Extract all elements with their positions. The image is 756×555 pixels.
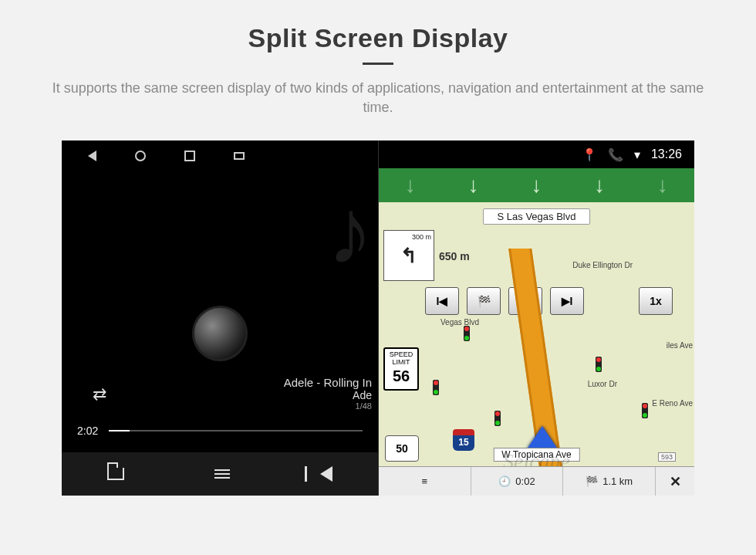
recents-icon[interactable]	[184, 151, 195, 161]
clock: 13:26	[651, 147, 682, 161]
traffic-light-icon	[433, 380, 439, 395]
lane-arrow-icon: ↓	[657, 173, 668, 198]
street-label: iles Ave	[667, 341, 693, 350]
close-button[interactable]: ✕	[656, 467, 694, 496]
lane-guidance-bar: ↓ ↓ ↓ ↓ ↓	[379, 168, 694, 202]
traffic-light-icon	[494, 411, 501, 426]
nav-bottom-bar: ≡ 🕘 0:02 🏁 1.1 km ✕	[379, 466, 694, 496]
street-label-top: S Las Vegas Blvd	[483, 208, 591, 225]
home-icon[interactable]	[135, 151, 146, 161]
track-artist: Ade	[284, 389, 372, 401]
street-label: Vegas Blvd	[440, 318, 479, 327]
menu-icon: ≡	[422, 475, 428, 487]
phone-icon: 📞	[608, 147, 623, 162]
turn-instruction: ↰ 300 m	[383, 230, 434, 281]
remaining-segment[interactable]: 🏁 1.1 km	[563, 467, 656, 496]
clock-icon: 🕘	[498, 475, 511, 487]
eta-time: 0:02	[515, 475, 535, 487]
lane-arrow-icon: ↓	[405, 173, 416, 198]
wifi-icon: ▾	[634, 147, 640, 162]
status-bar: 📍 📞 ▾ 13:26	[379, 140, 694, 168]
lane-arrow-icon: ↓	[594, 173, 605, 198]
android-nav-bar	[62, 140, 378, 171]
speed-limit-sign: SPEED LIMIT 56	[383, 347, 419, 391]
turn-sub-distance: 300 m	[412, 233, 431, 241]
back-icon[interactable]	[88, 151, 96, 161]
speed-limit-value: 56	[385, 367, 417, 384]
page-subtitle: It supports the same screen display of t…	[0, 79, 756, 117]
sim-prev-button[interactable]: I◀	[425, 287, 459, 315]
lane-arrow-icon: ↓	[468, 173, 479, 198]
album-disc[interactable]	[192, 306, 248, 361]
route-tag: 593	[658, 452, 676, 462]
shuffle-button[interactable]: ⇄	[93, 384, 106, 404]
eta-segment[interactable]: 🕘 0:02	[471, 467, 564, 496]
progress-bar[interactable]	[109, 430, 363, 431]
track-index: 1/48	[284, 401, 372, 411]
sim-media-controls: I◀ 🏁 ❚❚ ▶I	[425, 287, 584, 315]
folder-icon[interactable]	[107, 468, 124, 480]
sim-flag-button[interactable]: 🏁	[467, 287, 501, 315]
vehicle-marker-icon	[527, 426, 558, 449]
street-label: Luxor Dr	[588, 380, 617, 388]
menu-button[interactable]: ≡	[379, 467, 471, 496]
device-screenshot: ♪ ⇄ Adele - Rolling In Ade 1/48 2:02 📍 📞…	[62, 140, 694, 496]
music-pane: ♪ ⇄ Adele - Rolling In Ade 1/48 2:02	[62, 140, 378, 496]
turn-arrow-icon: ↰	[400, 244, 417, 268]
speed-limit-label: SPEED LIMIT	[385, 351, 417, 367]
remaining-distance: 1.1 km	[602, 475, 633, 487]
interstate-shield: 15	[453, 429, 474, 451]
map-canvas[interactable]: S Las Vegas Blvd ↰ 300 m 650 m I◀ 🏁 ❚❚ ▶…	[379, 202, 694, 496]
traffic-light-icon	[642, 403, 648, 418]
previous-icon[interactable]	[320, 466, 332, 482]
street-label: E Reno Ave	[652, 399, 693, 408]
title-underline	[363, 63, 393, 65]
album-area: ♪	[62, 171, 378, 496]
traffic-light-icon	[596, 357, 602, 372]
location-icon: 📍	[582, 147, 597, 162]
music-bottom-bar	[62, 452, 378, 496]
track-meta: Adele - Rolling In Ade 1/48	[284, 376, 372, 411]
playlist-icon[interactable]	[214, 469, 230, 479]
screenshot-icon[interactable]	[234, 152, 245, 160]
street-label: Duke Ellington Dr	[572, 261, 633, 269]
traffic-light-icon	[464, 326, 470, 341]
finish-flag-icon: 🏁	[586, 475, 598, 487]
highway-shield: 50	[385, 435, 419, 462]
close-icon: ✕	[670, 473, 681, 490]
next-turn-distance: 650 m	[439, 250, 470, 262]
elapsed-time: 2:02	[77, 425, 98, 437]
sim-next-button[interactable]: ▶I	[550, 287, 584, 315]
page-title: Split Screen Display	[0, 0, 756, 53]
navigation-pane: 📍 📞 ▾ 13:26 ↓ ↓ ↓ ↓ ↓ S Las Vegas Blvd ↰…	[378, 140, 694, 496]
music-note-icon: ♪	[327, 178, 373, 284]
sim-speed-button[interactable]: 1x	[639, 287, 673, 315]
progress-row: 2:02	[77, 425, 363, 437]
lane-arrow-icon: ↓	[531, 173, 542, 198]
track-title: Adele - Rolling In	[284, 376, 372, 389]
